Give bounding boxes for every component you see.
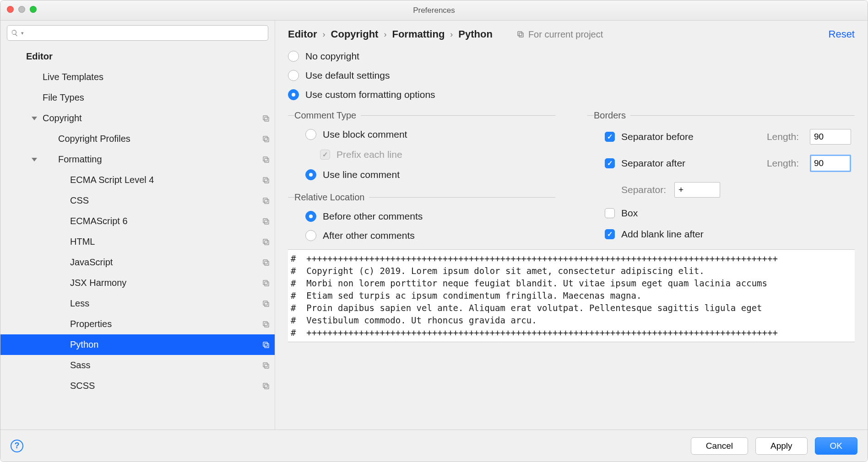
svg-rect-18 [265,302,269,306]
tree-item-scss[interactable]: SCSS [0,376,275,396]
svg-rect-29 [518,32,522,36]
length-before-input[interactable] [810,129,851,145]
copy-icon [262,114,270,123]
copyright-preview: # ++++++++++++++++++++++++++++++++++++++… [288,249,855,342]
tree-item-formatting[interactable]: Formatting [0,149,275,170]
radio-no-copyright[interactable]: No copyright [288,51,855,62]
cancel-button[interactable]: Cancel [691,437,748,455]
svg-rect-4 [265,158,269,162]
dropdown-caret-icon[interactable]: ▾ [21,30,24,36]
tree-item-label: File Types [43,92,84,103]
tree-item-label: JavaScript [70,257,113,268]
svg-rect-17 [263,280,267,285]
tree-item-css[interactable]: CSS [0,190,275,211]
crumb-editor[interactable]: Editor [288,28,317,40]
checkbox-prefix-each-line: Prefix each line [305,149,555,160]
svg-rect-9 [263,198,267,202]
copy-icon [262,341,270,349]
tree-item-html[interactable]: HTML [0,231,275,252]
tree-item-label: Python [70,339,98,350]
svg-rect-8 [265,199,269,204]
tree-item-live-templates[interactable]: Live Templates [0,67,275,87]
mode-radiogroup: No copyright Use default settings Use cu… [288,51,855,100]
radio-after-comments[interactable]: After other comments [305,230,555,241]
tree-item-jsx-harmony[interactable]: JSX Harmony [0,273,275,293]
copy-icon [262,361,270,370]
ok-button[interactable]: OK [815,437,857,455]
svg-rect-12 [265,241,269,245]
tree-item-properties[interactable]: Properties [0,314,275,334]
tree-item-copyright-profiles[interactable]: Copyright Profiles [0,129,275,149]
zoom-icon[interactable] [30,6,37,13]
dialog-footer: ? Cancel Apply OK [0,430,868,462]
tree-item-python[interactable]: Python [0,334,275,355]
radio-line-comment[interactable]: Use line comment [305,169,555,180]
radio-custom-formatting[interactable]: Use custom formatting options [288,89,855,100]
help-button[interactable]: ? [11,440,23,452]
tree-item-label: Copyright Profiles [58,134,130,144]
checkbox-separator-after[interactable]: Separator after [605,158,685,169]
search-field[interactable] [27,28,264,38]
svg-rect-16 [265,282,269,286]
svg-rect-23 [263,342,267,346]
copy-icon [262,320,270,328]
svg-rect-13 [263,239,267,243]
svg-rect-11 [263,219,267,223]
tree-category-editor[interactable]: Editor [0,46,275,67]
breadcrumb: Editor› Copyright› Formatting› Python Fo… [275,21,868,48]
reset-button[interactable]: Reset [829,28,855,40]
svg-rect-22 [265,344,269,348]
project-scope-badge: For current project [516,29,603,40]
tree-item-ecmascript-6[interactable]: ECMAScript 6 [0,211,275,231]
crumb-copyright[interactable]: Copyright [331,28,379,40]
minimize-icon[interactable] [18,6,25,13]
main-panel: Editor› Copyright› Formatting› Python Fo… [275,21,868,430]
chevron-down-icon [32,117,37,120]
search-icon [11,29,18,37]
svg-rect-20 [265,323,269,327]
length-before-label: Length: [767,131,799,142]
copy-icon [262,156,270,164]
tree-item-file-types[interactable]: File Types [0,87,275,108]
svg-rect-7 [263,177,267,182]
tree-item-ecma-script-level-4[interactable]: ECMA Script Level 4 [0,170,275,190]
preferences-window: Preferences ▾ EditorLive TemplatesFile T… [0,0,868,462]
radio-before-comments[interactable]: Before other comments [305,211,555,222]
tree-item-label: ECMA Script Level 4 [70,175,154,185]
tree-item-javascript[interactable]: JavaScript [0,252,275,273]
copy-icon [262,382,270,390]
relative-location-legend: Relative Location [294,192,369,203]
svg-rect-10 [265,220,269,224]
radio-block-comment[interactable]: Use block comment [305,129,555,140]
tree-item-copyright[interactable]: Copyright [0,108,275,129]
apply-button[interactable]: Apply [755,437,808,455]
checkbox-separator-before[interactable]: Separator before [605,131,694,142]
tree-item-label: CSS [70,195,89,206]
close-icon[interactable] [7,6,14,13]
search-input[interactable]: ▾ [7,25,268,41]
svg-rect-15 [263,260,267,264]
svg-rect-21 [263,322,267,326]
crumb-formatting[interactable]: Formatting [392,28,445,40]
svg-rect-1 [263,116,267,120]
checkbox-blank-line-after[interactable]: Add blank line after [605,229,704,240]
tree-item-label: JSX Harmony [70,278,126,288]
settings-tree: EditorLive TemplatesFile TypesCopyrightC… [0,44,275,430]
radio-default-settings[interactable]: Use default settings [288,70,855,81]
tree-item-sass[interactable]: Sass [0,355,275,376]
svg-rect-6 [265,179,269,183]
copy-icon [262,238,270,246]
tree-item-label: Less [70,298,89,309]
tree-item-less[interactable]: Less [0,293,275,314]
length-after-input[interactable] [810,155,851,172]
settings-content: No copyright Use default settings Use cu… [275,48,868,430]
tree-item-label: ECMAScript 6 [70,216,128,226]
svg-rect-26 [265,385,269,389]
tree-item-label: Properties [70,319,112,329]
copy-icon [516,30,525,38]
checkbox-box[interactable]: Box [605,208,638,219]
separator-char-input[interactable] [674,182,720,198]
comment-type-legend: Comment Type [294,110,361,121]
length-after-label: Length: [767,158,799,169]
comment-type-group: Comment Type Use block comment Prefix ea… [288,110,555,180]
